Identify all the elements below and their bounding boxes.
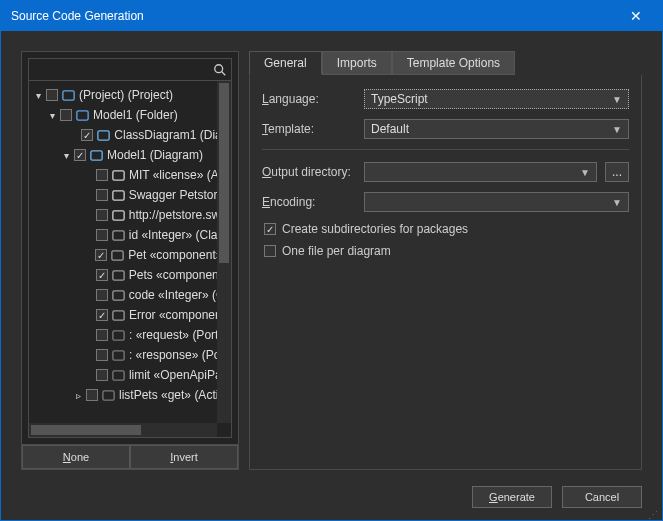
template-label: Template: [262, 122, 356, 136]
tree-row[interactable]: Pet «component» (C [29, 245, 231, 265]
svg-rect-14 [113, 330, 124, 339]
tree-row[interactable]: http://petstore.swag [29, 205, 231, 225]
tree-checkbox[interactable] [96, 209, 108, 221]
tree-checkbox[interactable] [74, 149, 86, 161]
window-title: Source Code Generation [11, 9, 144, 23]
tree-checkbox[interactable] [46, 89, 58, 101]
tree-node-icon [111, 168, 126, 183]
tree-node-icon [75, 108, 90, 123]
tree-row[interactable]: ▾(Project) (Project) [29, 85, 231, 105]
tree-row[interactable]: ▾Model1 (Folder) [29, 105, 231, 125]
tree-node-label: id «Integer» (Class) [129, 228, 231, 242]
tree-row[interactable]: Swagger Petstore « [29, 185, 231, 205]
tree-node-label: code «Integer» (Cla [129, 288, 231, 302]
tree-checkbox[interactable] [96, 329, 108, 341]
tree-row[interactable]: limit «OpenApiPara [29, 365, 231, 385]
one-file-checkbox[interactable] [264, 245, 276, 257]
svg-rect-17 [103, 390, 114, 399]
svg-rect-2 [63, 90, 74, 99]
tree-node-icon [111, 188, 126, 203]
tree-scrollbar-vertical[interactable] [217, 81, 231, 423]
output-dir-select[interactable]: ▼ [364, 162, 597, 182]
tree-checkbox[interactable] [96, 169, 108, 181]
chevron-down-icon: ▼ [612, 124, 622, 135]
tree-node-icon [111, 368, 126, 383]
tree-node-label: (Project) (Project) [79, 88, 173, 102]
tree-node-icon [110, 248, 125, 263]
template-value: Default [371, 122, 409, 136]
chevron-down-icon: ▼ [580, 167, 590, 178]
tree-twisty-icon[interactable]: ▾ [61, 150, 71, 161]
tree-node-label: http://petstore.swag [129, 208, 231, 222]
tab-imports[interactable]: Imports [322, 51, 392, 75]
tree-row[interactable]: id «Integer» (Class) [29, 225, 231, 245]
svg-rect-4 [98, 130, 109, 139]
encoding-select[interactable]: ▼ [364, 192, 629, 212]
tree-checkbox[interactable] [96, 289, 108, 301]
tree-row[interactable]: ClassDiagram1 (Diagra [29, 125, 231, 145]
tree-node-icon [111, 228, 126, 243]
tree-checkbox[interactable] [96, 349, 108, 361]
create-subdirs-checkbox[interactable] [264, 223, 276, 235]
tree-checkbox[interactable] [95, 249, 107, 261]
language-select[interactable]: TypeScript ▼ [364, 89, 629, 109]
tree-checkbox[interactable] [96, 189, 108, 201]
svg-rect-7 [113, 190, 124, 199]
tree-row[interactable]: code «Integer» (Cla [29, 285, 231, 305]
encoding-label: Encoding: [262, 195, 356, 209]
tree-node-icon [61, 88, 76, 103]
tree-node-icon [89, 148, 104, 163]
svg-rect-5 [91, 150, 102, 159]
tree-twisty-icon[interactable]: ▾ [47, 110, 57, 121]
template-select[interactable]: Default ▼ [364, 119, 629, 139]
invert-button[interactable]: Invert [130, 445, 238, 469]
tree-checkbox[interactable] [96, 369, 108, 381]
tree-node-label: limit «OpenApiPara [129, 368, 231, 382]
tree-twisty-icon[interactable]: ▹ [73, 390, 83, 401]
tree-row[interactable]: ▹listPets «get» (Activ [29, 385, 231, 405]
tree-row[interactable]: ▾Model1 (Diagram) [29, 145, 231, 165]
tree-node-label: ClassDiagram1 (Diagra [114, 128, 231, 142]
tree-node-icon [111, 348, 126, 363]
svg-line-1 [222, 71, 226, 75]
tree-search-bar[interactable] [29, 59, 231, 81]
tree-row[interactable]: : «response» (Port) [29, 345, 231, 365]
tree-checkbox[interactable] [81, 129, 93, 141]
tree-twisty-icon[interactable]: ▾ [33, 90, 43, 101]
create-subdirs-label: Create subdirectories for packages [282, 222, 468, 236]
tree-checkbox[interactable] [96, 229, 108, 241]
tree-row[interactable]: Pets «componentAr [29, 265, 231, 285]
chevron-down-icon: ▼ [612, 197, 622, 208]
language-value: TypeScript [371, 92, 428, 106]
tree-checkbox[interactable] [60, 109, 72, 121]
none-button[interactable]: None [22, 445, 130, 469]
scrollbar-thumb[interactable] [219, 83, 229, 263]
project-tree[interactable]: ▾(Project) (Project)▾Model1 (Folder)Clas… [29, 81, 231, 437]
close-icon[interactable]: ✕ [620, 4, 652, 28]
search-icon [213, 63, 227, 77]
tree-checkbox[interactable] [96, 269, 108, 281]
tree-checkbox[interactable] [86, 389, 98, 401]
tree-node-label: Pet «component» (C [128, 248, 231, 262]
tree-node-label: Model1 (Diagram) [107, 148, 203, 162]
tab-general[interactable]: General [249, 51, 322, 75]
tree-scrollbar-horizontal[interactable] [29, 423, 217, 437]
scrollbar-thumb[interactable] [31, 425, 141, 435]
generate-button[interactable]: Generate [472, 486, 552, 508]
tree-row[interactable]: MIT «license» (Artif [29, 165, 231, 185]
tree-node-label: listPets «get» (Activ [119, 388, 224, 402]
tab-template-options[interactable]: Template Options [392, 51, 515, 75]
svg-rect-13 [113, 310, 124, 319]
svg-rect-15 [113, 350, 124, 359]
tree-row[interactable]: Error «component» [29, 305, 231, 325]
tree-node-icon [111, 208, 126, 223]
tree-row[interactable]: : «request» (Port) [29, 325, 231, 345]
tree-checkbox[interactable] [96, 309, 108, 321]
language-label: Language: [262, 92, 356, 106]
svg-rect-12 [113, 290, 124, 299]
cancel-button[interactable]: Cancel [562, 486, 642, 508]
tree-node-icon [111, 328, 126, 343]
resize-grip[interactable]: ⋰ [648, 513, 659, 517]
svg-rect-10 [112, 250, 123, 259]
browse-button[interactable]: ... [605, 162, 629, 182]
